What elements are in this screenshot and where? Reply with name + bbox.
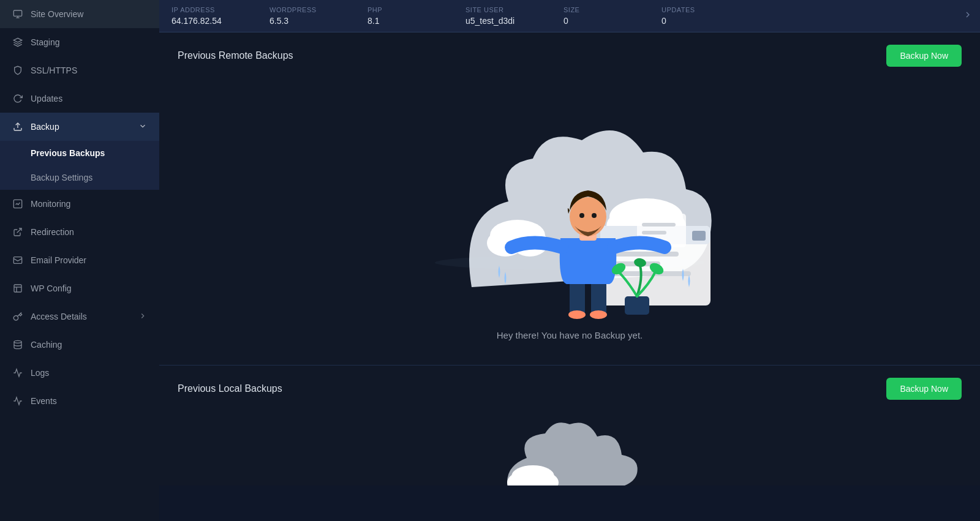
shield-icon: [12, 65, 23, 76]
remote-backup-empty-state: Hey there! You have no Backup yet.: [159, 79, 980, 365]
topbar-updates-label: UPDATES: [662, 6, 735, 13]
svg-marker-3: [13, 38, 21, 42]
sidebar-item-logs[interactable]: Logs: [0, 359, 159, 387]
key-icon: [12, 311, 23, 322]
sidebar-submenu-backup-settings[interactable]: Backup Settings: [0, 165, 159, 190]
topbar-ip-label: IP ADDRESS: [172, 6, 245, 13]
wpconfig-icon: [12, 283, 23, 294]
sidebar-item-updates-label: Updates: [31, 94, 147, 103]
local-backups-header: Previous Local Backups Backup Now: [159, 365, 980, 412]
sidebar-item-monitoring[interactable]: Monitoring: [0, 190, 159, 218]
remote-backup-empty-text: Hey there! You have no Backup yet.: [497, 330, 643, 340]
sidebar-item-access-details-label: Access Details: [31, 312, 131, 321]
sidebar-item-caching-label: Caching: [31, 340, 147, 350]
email-icon: [12, 255, 23, 266]
topbar-wp-value: 6.5.3: [270, 16, 343, 26]
svg-rect-27: [642, 231, 666, 234]
sidebar-item-events-label: Events: [31, 396, 147, 406]
sidebar-item-backup[interactable]: Backup: [0, 113, 159, 141]
topbar-php: PHP 8.1: [355, 0, 453, 32]
svg-point-11: [14, 340, 21, 343]
local-backup-illustration-partial: [478, 418, 662, 485]
refresh-icon: [12, 93, 23, 104]
svg-point-30: [568, 310, 586, 319]
sidebar-item-wp-config-label: WP Config: [31, 283, 147, 293]
svg-line-6: [17, 228, 21, 233]
sidebar-item-ssl[interactable]: SSL/HTTPS: [0, 56, 159, 84]
topbar-php-label: PHP: [368, 6, 441, 13]
page-content: Previous Remote Backups Backup Now: [159, 32, 980, 521]
sidebar-item-redirection-label: Redirection: [31, 227, 147, 237]
sidebar-item-access-details[interactable]: Access Details: [0, 302, 159, 331]
svg-rect-28: [570, 281, 585, 315]
remote-backup-illustration: [410, 91, 729, 324]
monitoring-icon: [12, 198, 23, 209]
local-backups-section: Previous Local Backups Backup Now: [159, 365, 980, 485]
svg-rect-36: [625, 296, 649, 315]
sidebar-item-staging-label: Staging: [31, 37, 147, 47]
redirect-icon: [12, 227, 23, 238]
sidebar-item-staging[interactable]: Staging: [0, 28, 159, 56]
remote-backups-header: Previous Remote Backups Backup Now: [159, 32, 980, 79]
svg-rect-8: [14, 285, 21, 292]
topbar-ip: IP ADDRESS 64.176.82.54: [159, 0, 257, 32]
chevron-down-icon: [138, 122, 147, 132]
topbar-wp: WORDPRESS 6.5.3: [257, 0, 355, 32]
topbar-size-value: 0: [564, 16, 637, 26]
topbar-updates: UPDATES 0: [649, 0, 747, 32]
sidebar-item-events[interactable]: Events: [0, 387, 159, 415]
sidebar-item-email-provider[interactable]: Email Provider: [0, 246, 159, 274]
previous-backups-label: Previous Backups: [31, 148, 105, 158]
svg-rect-7: [13, 257, 21, 264]
sidebar-item-email-label: Email Provider: [31, 255, 147, 265]
remote-backups-section: Previous Remote Backups Backup Now: [159, 32, 980, 365]
svg-rect-26: [642, 223, 676, 227]
logs-icon: [12, 367, 23, 378]
topbar-php-value: 8.1: [368, 16, 441, 26]
sidebar: Site Overview Staging SSL/HTTPS Updates …: [0, 0, 159, 521]
local-backup-now-button[interactable]: Backup Now: [886, 378, 962, 400]
backup-submenu: Previous Backups Backup Settings: [0, 141, 159, 190]
sidebar-item-site-overview-label: Site Overview: [31, 9, 147, 19]
chevron-right-icon: [138, 312, 147, 322]
remote-backup-now-button[interactable]: Backup Now: [886, 45, 962, 67]
svg-rect-24: [692, 231, 706, 241]
local-backups-title: Previous Local Backups: [178, 383, 282, 394]
scroll-right-icon[interactable]: [956, 4, 980, 28]
topbar-wp-label: WORDPRESS: [270, 6, 343, 13]
svg-point-35: [592, 213, 597, 218]
sidebar-item-site-overview[interactable]: Site Overview: [0, 0, 159, 28]
sidebar-item-redirection[interactable]: Redirection: [0, 218, 159, 246]
svg-rect-29: [591, 281, 606, 315]
backup-settings-label: Backup Settings: [31, 173, 92, 182]
events-icon: [12, 395, 23, 407]
svg-point-31: [590, 310, 607, 319]
topbar-ip-value: 64.176.82.54: [172, 16, 245, 26]
sidebar-item-logs-label: Logs: [31, 368, 147, 378]
sidebar-item-ssl-label: SSL/HTTPS: [31, 66, 147, 75]
topbar-size: SIZE 0: [551, 0, 649, 32]
main-content: IP ADDRESS 64.176.82.54 WORDPRESS 6.5.3 …: [159, 0, 980, 521]
svg-rect-0: [13, 10, 21, 16]
sidebar-item-caching[interactable]: Caching: [0, 331, 159, 359]
remote-backups-title: Previous Remote Backups: [178, 50, 293, 61]
topbar-site-user: SITE USER u5_test_d3di: [453, 0, 551, 32]
topbar-size-label: SIZE: [564, 6, 637, 13]
monitor-icon: [12, 9, 23, 20]
sidebar-submenu-previous-backups[interactable]: Previous Backups: [0, 141, 159, 165]
sidebar-item-updates[interactable]: Updates: [0, 84, 159, 113]
sidebar-item-backup-label: Backup: [31, 122, 131, 132]
sidebar-item-monitoring-label: Monitoring: [31, 199, 147, 209]
sidebar-item-wp-config[interactable]: WP Config: [0, 274, 159, 302]
layers-icon: [12, 37, 23, 48]
topbar: IP ADDRESS 64.176.82.54 WORDPRESS 6.5.3 …: [159, 0, 980, 32]
caching-icon: [12, 339, 23, 350]
backup-icon: [12, 121, 23, 132]
svg-point-34: [579, 213, 584, 218]
svg-point-33: [570, 197, 606, 236]
topbar-updates-value: 0: [662, 16, 735, 26]
topbar-site-user-value: u5_test_d3di: [466, 16, 539, 26]
topbar-site-user-label: SITE USER: [466, 6, 539, 13]
